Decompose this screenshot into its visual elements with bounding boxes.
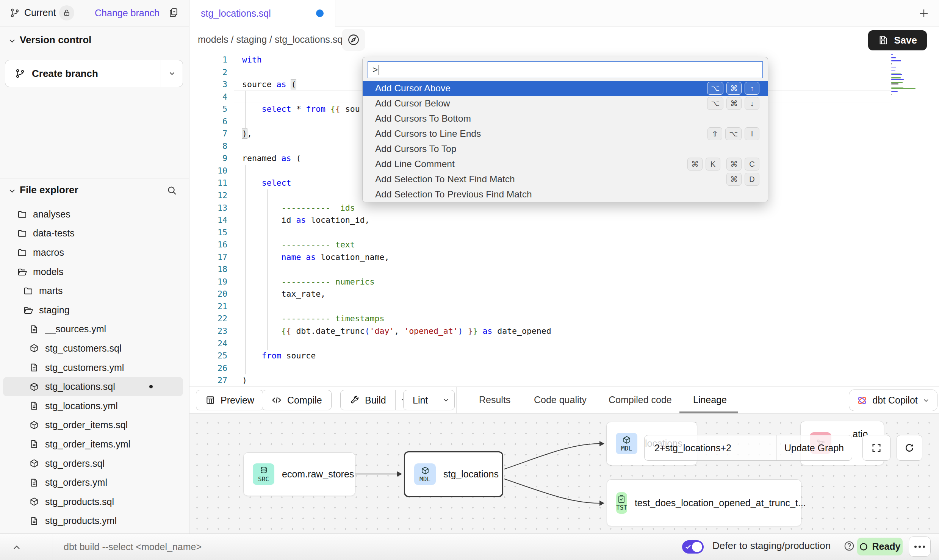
node-label: stg_locations	[443, 469, 499, 480]
create-branch-label: Create branch	[32, 68, 98, 80]
lock-icon	[63, 9, 70, 17]
line-number: 27	[189, 374, 227, 387]
file-name: analyses	[33, 209, 70, 220]
command-label: Add Cursors To Top	[375, 144, 456, 154]
version-control-header[interactable]: Version control	[0, 33, 189, 50]
command-item[interactable]: Add Selection To Next Find Match⌘D	[363, 172, 768, 187]
code-line: name as location_name,	[242, 251, 890, 264]
key-badge: ↓	[745, 97, 759, 110]
code-line	[242, 227, 890, 239]
minimap-line	[891, 79, 904, 80]
preview-label: Preview	[221, 395, 254, 406]
file-tree-item[interactable]: stg_orders.yml	[0, 473, 189, 492]
file-tree-item[interactable]: stg_order_items.yml	[0, 435, 189, 454]
file-tree-item[interactable]: stg_customers.sql	[0, 339, 189, 358]
navigate-button[interactable]	[342, 29, 365, 51]
more-options-button[interactable]	[909, 537, 931, 557]
tab-code-quality[interactable]: Code quality	[534, 394, 587, 405]
dbt-copilot-button[interactable]: dbt Copilot	[849, 389, 937, 411]
file-tree-item[interactable]: stg_order_items.sql	[0, 416, 189, 435]
new-tab-button[interactable]	[917, 6, 931, 20]
command-item[interactable]: Add Selection To Previous Find Match	[363, 187, 768, 202]
file-icon	[29, 401, 39, 411]
minimap-line	[891, 77, 901, 78]
compile-button[interactable]: Compile	[262, 390, 332, 410]
folder-icon	[17, 228, 27, 238]
save-button[interactable]: Save	[868, 30, 927, 50]
build-button[interactable]: Build	[340, 390, 413, 410]
lineage-graph[interactable]: atio MDL locations SRC	[189, 413, 939, 533]
shortcut-keys: ⌥⌘↓	[701, 97, 759, 110]
lint-button[interactable]: Lint	[403, 390, 455, 410]
code-line	[242, 263, 890, 276]
lineage-node-stg-locations[interactable]: MDL stg_locations	[404, 451, 503, 497]
node-badge: SRC	[253, 463, 274, 485]
lineage-node-source[interactable]: SRC ecom.raw_stores	[243, 452, 355, 496]
file-tree-item[interactable]: marts	[0, 281, 189, 300]
key-badge: C	[745, 158, 759, 171]
file-tree-item[interactable]: models	[0, 262, 189, 282]
text-caret	[379, 65, 379, 75]
file-tree-item[interactable]: macros	[0, 243, 189, 262]
git-branch-icon	[15, 69, 25, 78]
command-item[interactable]: Add Cursors To Top	[363, 141, 768, 156]
tab-title: stg_locations.sql	[201, 8, 271, 19]
refresh-button[interactable]	[897, 435, 922, 461]
file-tree-item[interactable]: analyses	[0, 205, 189, 224]
command-item[interactable]: Add Cursor Below⌥⌘↓	[363, 96, 768, 111]
selector-input[interactable]: 2+stg_locations+2	[645, 435, 776, 460]
create-branch-button[interactable]: Create branch	[5, 60, 183, 87]
minimap[interactable]	[891, 54, 916, 96]
command-item[interactable]: Add Cursors to Line Ends⇧⌥I	[363, 126, 768, 141]
file-tree-item[interactable]: stg_customers.yml	[0, 358, 189, 377]
lineage-node-test[interactable]: TST test_does_location_opened_at_trunc_t…	[607, 479, 801, 526]
command-line-input[interactable]: dbt build --select <model_name>	[64, 541, 202, 552]
file-tree-item[interactable]: data-tests	[0, 224, 189, 243]
tab-stg-locations[interactable]: stg_locations.sql	[189, 0, 335, 27]
folder-open-icon	[23, 305, 33, 315]
defer-toggle[interactable]	[682, 540, 704, 554]
branch-bar: Current Change branch	[0, 0, 189, 27]
command-input[interactable]: >	[368, 61, 763, 78]
search-icon[interactable]	[166, 185, 178, 196]
tab-results[interactable]: Results	[479, 394, 510, 405]
change-branch-link[interactable]: Change branch	[95, 8, 160, 19]
file-tree-item[interactable]: staging	[0, 300, 189, 320]
code-line: from source	[242, 350, 890, 362]
line-number: 24	[189, 338, 227, 350]
file-explorer-header[interactable]: File explorer	[0, 183, 189, 200]
file-icon	[29, 516, 39, 526]
key-badge: D	[745, 173, 759, 186]
code-line: ---------- text	[242, 239, 890, 251]
compile-label: Compile	[287, 395, 322, 406]
file-tree-item[interactable]: stg_products.yml	[0, 512, 189, 531]
key-badge: ⌘	[726, 82, 742, 95]
tab-compiled-code[interactable]: Compiled code	[609, 394, 672, 405]
breadcrumb-row: models / staging / stg_locations.sql Sav…	[189, 27, 939, 53]
command-item[interactable]: Add Cursors To Bottom	[363, 111, 768, 126]
tab-lineage[interactable]: Lineage	[693, 394, 727, 405]
check-icon	[685, 543, 692, 550]
model-icon	[29, 497, 39, 507]
file-tree-item[interactable]: stg_orders.sql	[0, 454, 189, 473]
lint-dropdown[interactable]	[437, 390, 454, 410]
line-number: 6	[189, 116, 227, 128]
command-item[interactable]: Add Line Comment⌘K⌘C	[363, 156, 768, 172]
file-icon	[29, 363, 39, 372]
file-icon	[29, 324, 39, 334]
fullscreen-button[interactable]	[862, 435, 890, 461]
compass-icon	[347, 33, 360, 46]
collapse-panel-button[interactable]	[11, 542, 22, 553]
create-branch-dropdown[interactable]	[161, 60, 183, 87]
wrench-icon	[350, 395, 360, 405]
help-icon[interactable]	[844, 540, 855, 552]
file-tree-item[interactable]: stg_products.sql	[0, 492, 189, 512]
file-tree-item[interactable]: stg_locations.sql	[3, 377, 183, 396]
preview-button[interactable]: Preview	[196, 390, 264, 410]
file-tree-item[interactable]: __sources.yml	[0, 320, 189, 339]
command-item[interactable]: Add Cursor Above⌥⌘↑	[363, 81, 768, 96]
update-graph-button[interactable]: Update Graph	[776, 435, 852, 460]
copy-icon[interactable]	[168, 7, 179, 18]
shortcut-keys: ⌥⌘↑	[701, 82, 759, 95]
file-tree-item[interactable]: stg_locations.yml	[0, 396, 189, 416]
